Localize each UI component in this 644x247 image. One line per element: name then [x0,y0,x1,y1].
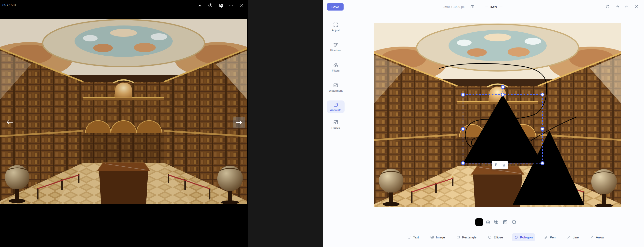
save-button[interactable]: Save [327,3,344,10]
annotation-layer[interactable] [374,23,621,207]
resize-handle-w[interactable] [462,127,465,131]
polygon-annotation-selected[interactable] [463,95,542,163]
zoom-in-icon[interactable] [498,4,504,10]
divider [480,4,480,10]
app-root: 85 / 150+ melk-abbey-library.jpg [0,0,644,247]
annotate-tools-row: Text Image Rectangle Ellipse Polygon Pen… [405,233,607,242]
info-icon[interactable] [207,2,214,9]
stroke-icon[interactable] [502,219,508,226]
download-icon[interactable] [196,2,204,9]
color-swatch-black[interactable] [475,218,483,226]
duplicate-shape-icon[interactable] [492,162,499,169]
tool-ellipse[interactable]: Ellipse [485,233,506,241]
text-icon [407,235,411,239]
redo-icon[interactable] [623,3,630,10]
editor-close-icon[interactable] [633,3,640,10]
tool-polygon[interactable]: Polygon [512,233,535,241]
delete-shape-icon[interactable] [500,162,507,169]
library-photo [0,19,247,204]
rotate-handle[interactable] [501,85,504,89]
resize-handle-nw[interactable] [462,93,465,96]
tool-line[interactable]: Line [564,233,581,241]
image-icon [430,235,434,239]
viewer-photo [0,19,247,204]
arrow-icon [590,235,594,239]
edit-image-icon[interactable] [218,2,225,9]
tool-image[interactable]: Image [428,233,447,241]
resize-handle-n[interactable] [501,93,504,96]
rail-item-annotate[interactable]: Annotate [327,100,344,113]
divider [632,4,632,10]
fill-transparency-icon[interactable] [493,219,499,226]
rail-item-adjust[interactable]: Adjust [327,20,344,33]
close-icon[interactable] [238,2,246,9]
resize-handle-se[interactable] [541,162,544,165]
polygon-icon [514,235,518,239]
shape-mini-toolbar [492,161,508,169]
more-icon[interactable] [227,2,235,9]
shadow-icon[interactable] [511,219,518,226]
zoom-out-icon[interactable] [484,4,490,10]
ellipse-icon [488,235,492,239]
revert-icon[interactable] [604,3,611,10]
rectangle-icon [456,235,460,239]
details-panel: melk-abbey-library.jpg Details Activity … [248,0,323,247]
tool-rectangle[interactable]: Rectangle [454,233,479,241]
photo-viewer: 85 / 150+ [0,0,248,247]
resize-handle-sw[interactable] [462,162,465,165]
editor-canvas[interactable] [374,23,621,207]
resize-handle-ne[interactable] [541,93,544,96]
rail-item-finetune[interactable]: Finetune [327,41,344,53]
image-dimensions: 2560 x 1920 px [443,5,464,8]
rail-item-watermark[interactable]: Watermark [327,81,344,94]
line-icon [567,235,571,239]
resize-handle-e[interactable] [541,127,544,131]
undo-icon[interactable] [614,3,621,10]
rail-item-filters[interactable]: Filters [327,61,344,73]
rail-item-resize[interactable]: Resize [327,118,344,131]
compare-icon[interactable] [469,4,476,10]
photo-counter: 85 / 150+ [2,3,16,7]
tool-arrow[interactable]: Arrow [588,233,607,241]
next-photo-arrow-icon[interactable] [233,117,245,128]
next-photo-arrow-button[interactable] [233,117,245,128]
prev-photo-arrow-icon[interactable] [6,119,14,126]
zoom-level: 42% [490,5,497,8]
tool-pen[interactable]: Pen [542,233,558,241]
tool-text[interactable]: Text [405,233,421,241]
pen-icon [544,235,548,239]
shape-options-icon[interactable] [485,219,491,226]
